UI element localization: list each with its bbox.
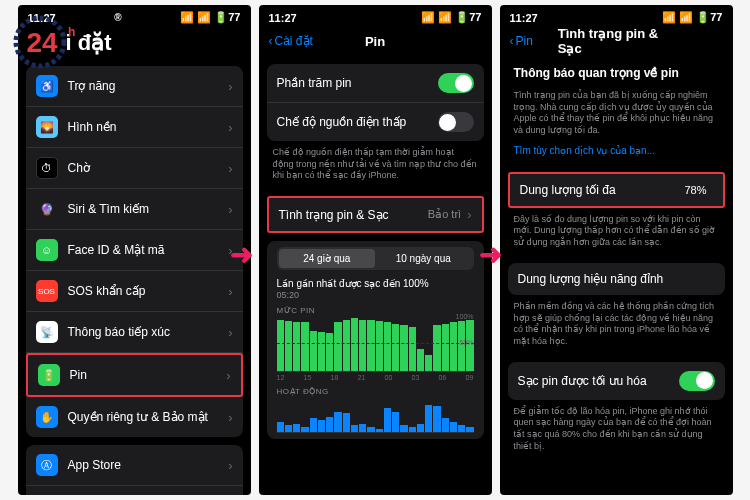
tab-10d[interactable]: 10 ngày qua <box>375 249 472 268</box>
peak-performance-note: Phần mềm đồng và các hệ thống phần cứng … <box>500 295 733 354</box>
chevron-icon: › <box>467 207 471 222</box>
standby-icon: ⏱ <box>36 157 58 179</box>
last-charged-time: 05:20 <box>277 290 474 300</box>
chart-x-labels: 1215182100030609 <box>277 374 474 381</box>
wifi-icon: 📶 <box>679 11 693 24</box>
status-bar: 11:27 📶📶🔋77 <box>259 5 492 26</box>
battery-icon: 🔋77 <box>455 11 481 24</box>
back-button[interactable]: ‹Cài đặt <box>269 34 313 48</box>
row-privacy[interactable]: ✋Quyền riêng tư & Bảo mật› <box>26 397 243 437</box>
chevron-left-icon: ‹ <box>269 34 273 48</box>
chevron-icon: › <box>228 161 232 176</box>
important-notice-text: Tình trạng pin của bạn đã bị xuống cấp n… <box>500 84 733 143</box>
time: 11:27 <box>269 12 297 24</box>
chevron-icon: › <box>228 79 232 94</box>
row-wallet[interactable]: 💳Ví & Apple Pay› <box>26 486 243 495</box>
max-capacity-value: 78% <box>684 184 706 196</box>
chevron-icon: › <box>228 284 232 299</box>
status-bar: 11:27 📶📶🔋77 <box>500 5 733 26</box>
toggle-optimized-charging[interactable] <box>679 371 715 391</box>
chevron-left-icon: ‹ <box>510 34 514 48</box>
battery-icon: 🔋77 <box>696 11 722 24</box>
chevron-icon: › <box>228 120 232 135</box>
row-siri[interactable]: 🔮Siri & Tìm kiếm› <box>26 189 243 230</box>
toggle-low-power[interactable] <box>438 112 474 132</box>
row-battery-percent[interactable]: Phần trăm pin <box>267 64 484 103</box>
row-optimized-charging[interactable]: Sạc pin được tối ưu hóa <box>508 362 725 400</box>
svg-text:24: 24 <box>26 27 58 58</box>
max-capacity-note: Đây là số đo dung lượng pin so với khi p… <box>500 208 733 255</box>
chart-header-level: MỨC PIN <box>277 306 474 315</box>
signal-icon: 📶 <box>180 11 194 24</box>
chevron-icon: › <box>228 410 232 425</box>
row-max-capacity: Dung lượng tối đa78% <box>510 174 723 206</box>
page-title: Pin <box>365 34 385 49</box>
screen-battery: 11:27 📶📶🔋77 ‹Cài đặt Pin Phần trăm pin C… <box>259 5 492 495</box>
page-title: Tình trạng pin & Sạc <box>558 26 675 56</box>
exposure-icon: 📡 <box>36 321 58 343</box>
wifi-icon: 📶 <box>438 11 452 24</box>
screen-battery-health: 11:27 📶📶🔋77 ‹Pin Tình trạng pin & Sạc Th… <box>500 5 733 495</box>
time: 11:27 <box>510 12 538 24</box>
battery-level-chart: 100% 50% <box>277 317 474 372</box>
activity-chart <box>277 398 474 433</box>
toggle-battery-percent[interactable] <box>438 73 474 93</box>
row-peak-performance: Dung lượng hiệu năng đỉnh <box>508 263 725 295</box>
battery-icon: 🔋 <box>38 364 60 386</box>
arrow-icon: ➜ <box>230 238 253 271</box>
chevron-icon: › <box>228 458 232 473</box>
wallpaper-icon: 🌄 <box>36 116 58 138</box>
low-power-note: Chế độ nguồn điện thấp tạm thời giảm hoạ… <box>259 141 492 188</box>
row-faceid[interactable]: ☺Face ID & Mật mã› <box>26 230 243 271</box>
row-low-power[interactable]: Chế độ nguồn điện thấp <box>267 103 484 141</box>
signal-icon: 📶 <box>421 11 435 24</box>
logo-24h: 24 h <box>12 12 102 72</box>
arrow-icon: ➜ <box>479 238 502 271</box>
signal-icon: 📶 <box>662 11 676 24</box>
row-appstore[interactable]: ⒶApp Store› <box>26 445 243 486</box>
row-wallpaper[interactable]: 🌄Hình nền› <box>26 107 243 148</box>
row-sos[interactable]: SOSSOS khẩn cấp› <box>26 271 243 312</box>
row-accessibility[interactable]: ♿Trợ năng› <box>26 66 243 107</box>
chevron-icon: › <box>228 325 232 340</box>
trademark: ® <box>114 12 121 23</box>
last-charged-label: Lần gần nhất được sạc đến 100% <box>277 278 474 289</box>
optimized-charging-note: Để giảm tốc độ lão hóa pin, iPhone ghi n… <box>500 400 733 459</box>
siri-icon: 🔮 <box>36 198 58 220</box>
row-battery-health[interactable]: Tình trạng pin & SạcBảo trì› <box>269 198 482 231</box>
screen-settings: 11:27 ® 📶 📶 🔋77 i đặt ♿Trợ năng› 🌄Hình n… <box>18 5 251 495</box>
row-battery[interactable]: 🔋Pin› <box>26 353 243 397</box>
svg-text:h: h <box>68 25 75 39</box>
chevron-icon: › <box>228 202 232 217</box>
tab-24h[interactable]: 24 giờ qua <box>279 249 376 268</box>
chart-header-activity: HOẠT ĐỘNG <box>277 387 474 396</box>
row-standby[interactable]: ⏱Chờ› <box>26 148 243 189</box>
time-range-tabs: 24 giờ qua 10 ngày qua <box>277 247 474 270</box>
back-button[interactable]: ‹Pin <box>510 34 533 48</box>
important-notice-title: Thông báo quan trọng về pin <box>500 56 733 84</box>
faceid-icon: ☺ <box>36 239 58 261</box>
battery-icon: 🔋77 <box>214 11 240 24</box>
row-exposure[interactable]: 📡Thông báo tiếp xúc› <box>26 312 243 353</box>
accessibility-icon: ♿ <box>36 75 58 97</box>
appstore-icon: Ⓐ <box>36 454 58 476</box>
privacy-icon: ✋ <box>36 406 58 428</box>
sos-icon: SOS <box>36 280 58 302</box>
chevron-icon: › <box>226 368 230 383</box>
service-options-link[interactable]: Tìm tùy chọn dịch vụ của bạn... <box>500 143 733 164</box>
wifi-icon: 📶 <box>197 11 211 24</box>
